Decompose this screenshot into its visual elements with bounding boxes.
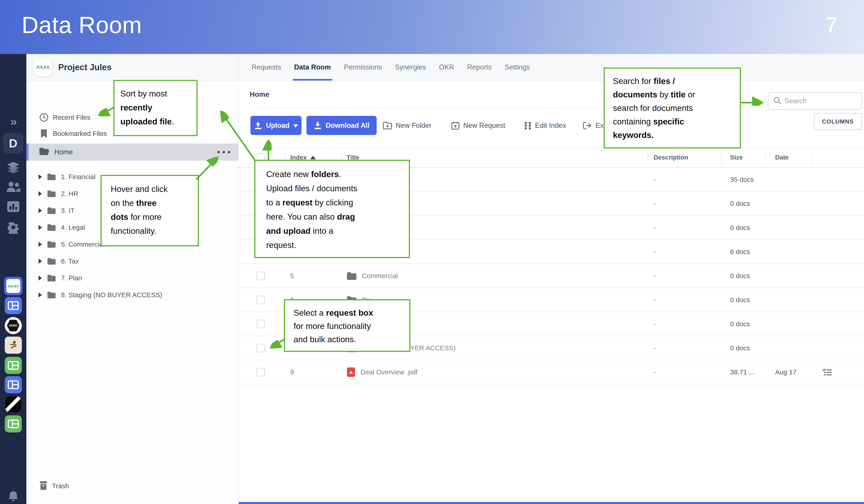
slide-banner: Data Room 7 [0, 0, 864, 54]
row-size: 6 docs [730, 240, 750, 263]
tab-settings[interactable]: Settings [505, 54, 530, 81]
board-blue-icon[interactable] [0, 297, 26, 314]
main-content: Home Upload Download All New Folder New … [239, 81, 864, 504]
note-three-dots: Hover and clickon the threedots for more… [100, 175, 199, 247]
folder-icon [47, 291, 56, 298]
team-icon[interactable] [0, 181, 26, 193]
note-select-request-box: Select a request boxfor more functionali… [284, 299, 410, 352]
edit-index-button[interactable]: Edit Index [524, 116, 566, 135]
row-size: 0 docs [730, 288, 750, 312]
upload-button[interactable]: Upload [250, 116, 301, 135]
bookmarked-files-label: Bookmarked Files [53, 130, 107, 137]
row-index: 5 [290, 264, 294, 288]
banner-title: Data Room [22, 12, 142, 38]
clock-icon [39, 113, 49, 122]
banner-page-number: 7 [826, 13, 838, 37]
caret-right-icon[interactable] [38, 191, 42, 196]
recent-files-label: Recent Files [53, 113, 91, 121]
board-green-icon-2[interactable] [0, 415, 26, 432]
table-row[interactable]: 5 Commercial - 0 docs [239, 264, 864, 288]
caret-right-icon[interactable] [38, 242, 42, 247]
row-size: 0 docs [730, 216, 750, 239]
row-description: - [653, 192, 656, 215]
tab-synergies[interactable]: Synergies [395, 54, 426, 81]
app: Data Room 7 » D JULES DEMO [0, 0, 864, 504]
tab-data-room[interactable]: Data Room [294, 54, 331, 81]
tab-requests[interactable]: Requests [252, 54, 281, 81]
row-description: - [653, 216, 656, 239]
column-header-description[interactable]: Description [653, 148, 688, 167]
row-size: 0 docs [730, 312, 750, 336]
column-header-date[interactable]: Date [775, 148, 789, 167]
settings-gear-icon[interactable] [0, 221, 26, 234]
expand-sidebar-icon[interactable]: » [0, 115, 26, 129]
dealroom-logo-icon[interactable]: D [0, 133, 26, 154]
edit-index-icon [524, 121, 531, 130]
row-title[interactable]: Commercial [362, 272, 398, 280]
row-checkbox[interactable] [256, 368, 265, 376]
search-input[interactable] [784, 97, 852, 105]
checklist-icon[interactable] [823, 368, 832, 376]
notifications-bell-icon[interactable] [0, 490, 26, 502]
columns-button[interactable]: COLUMNS [814, 113, 862, 130]
tab-okr[interactable]: OKR [439, 54, 454, 81]
active-indicator [26, 144, 28, 161]
analytics-icon[interactable] [0, 201, 26, 213]
more-options-dots-icon[interactable] [217, 151, 230, 154]
table-row[interactable]: 9 Deal Overview .pdf - 38.71 ... Aug 17 [239, 360, 864, 384]
row-date: Aug 17 [775, 360, 796, 384]
caret-right-icon[interactable] [38, 259, 42, 264]
row-checkbox[interactable] [256, 344, 265, 352]
tab-permissions[interactable]: Permissions [344, 54, 382, 81]
sidebar-item-home[interactable]: Home [26, 144, 238, 161]
bookmark-icon [39, 129, 49, 139]
row-index: 9 [290, 360, 294, 384]
board-blue-icon-2[interactable] [0, 376, 26, 393]
folder-icon [47, 190, 56, 197]
row-description: - [653, 240, 656, 263]
tree-item[interactable]: 7. Plan [26, 269, 238, 286]
row-checkbox[interactable] [256, 296, 265, 304]
row-title[interactable]: Deal Overview .pdf [360, 368, 417, 376]
project-name: Project Jules [58, 62, 112, 72]
caret-right-icon[interactable] [38, 208, 42, 213]
new-request-button[interactable]: New Request [451, 116, 505, 135]
project-jules-rail-icon[interactable]: JULES [0, 277, 26, 295]
row-checkbox[interactable] [256, 272, 265, 280]
caret-right-icon[interactable] [38, 292, 42, 298]
export-icon [583, 121, 592, 130]
tree-item[interactable]: 6. Tax [26, 253, 238, 269]
row-description: - [653, 336, 656, 360]
caret-right-icon[interactable] [38, 175, 42, 179]
download-all-button[interactable]: Download All [307, 116, 377, 135]
workspace-beige-icon[interactable] [0, 337, 26, 354]
tab-reports[interactable]: Reports [467, 54, 492, 81]
chevron-down-icon [293, 124, 298, 128]
new-request-icon [451, 121, 460, 130]
black-logo-icon[interactable] [0, 396, 26, 412]
breadcrumb: Home [250, 91, 269, 98]
board-green-icon[interactable] [0, 357, 26, 374]
app-rail: » D JULES DEMO [0, 54, 26, 504]
download-icon [313, 121, 322, 130]
row-size: 0 docs [730, 264, 750, 288]
row-checkbox[interactable] [256, 320, 265, 328]
folder-icon [47, 257, 56, 265]
pdf-icon [347, 367, 356, 377]
layers-icon[interactable] [0, 160, 26, 175]
search-icon [773, 97, 781, 106]
tree-item[interactable]: 8. Staging (NO BUYER ACCESS) [26, 286, 238, 303]
row-size: 0 docs [730, 336, 750, 360]
open-folder-icon [39, 147, 50, 157]
search-field[interactable] [768, 92, 862, 110]
folder-icon [47, 241, 56, 248]
sort-ascending-icon [310, 156, 316, 159]
caret-right-icon[interactable] [38, 276, 42, 280]
row-size: 0 docs [730, 192, 750, 215]
demo-badge-icon[interactable]: DEMO [0, 317, 26, 334]
column-header-size[interactable]: Size [730, 148, 743, 167]
upload-icon [254, 121, 262, 130]
caret-right-icon[interactable] [38, 225, 42, 230]
new-folder-button[interactable]: New Folder [383, 116, 432, 135]
sidebar-item-trash[interactable]: Trash [26, 478, 238, 494]
